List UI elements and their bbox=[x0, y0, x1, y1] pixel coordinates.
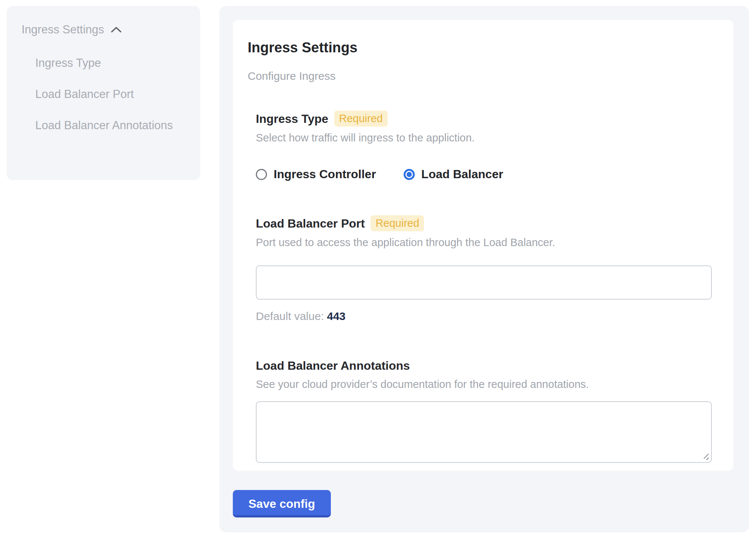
radio-option-load-balancer[interactable]: Load Balancer bbox=[404, 167, 504, 181]
section-title-load-balancer-port: Load Balancer Port bbox=[256, 216, 365, 231]
default-value-line: Default value:443 bbox=[256, 310, 712, 323]
main-panel: Ingress Settings Configure Ingress Ingre… bbox=[219, 6, 749, 532]
annotations-textarea-wrap bbox=[256, 401, 712, 463]
section-title-ingress-type: Ingress Type bbox=[256, 111, 328, 126]
section-load-balancer-annotations: Load Balancer Annotations See your cloud… bbox=[256, 358, 712, 463]
ingress-settings-card: Ingress Settings Configure Ingress Ingre… bbox=[233, 20, 733, 471]
sidebar-item-load-balancer-annotations[interactable]: Load Balancer Annotations bbox=[35, 114, 185, 137]
required-badge: Required bbox=[371, 215, 424, 231]
save-config-button[interactable]: Save config bbox=[233, 490, 331, 517]
page-layout: Ingress Settings Ingress Type Load Balan… bbox=[0, 0, 756, 532]
section-title-load-balancer-annotations: Load Balancer Annotations bbox=[256, 358, 410, 373]
resize-handle-icon[interactable] bbox=[702, 453, 710, 461]
radio-label: Load Balancer bbox=[421, 167, 504, 181]
sidebar-group-ingress-settings[interactable]: Ingress Settings bbox=[22, 23, 187, 36]
radio-icon bbox=[256, 169, 267, 180]
required-badge: Required bbox=[334, 111, 388, 127]
section-desc-load-balancer-annotations: See your cloud provider’s documentation … bbox=[256, 378, 712, 391]
section-desc-ingress-type: Select how traffic will ingress to the a… bbox=[256, 131, 712, 144]
page-subtitle: Configure Ingress bbox=[248, 70, 712, 82]
sidebar-item-list: Ingress Type Load Balancer Port Load Bal… bbox=[35, 52, 187, 137]
chevron-up-icon bbox=[110, 26, 123, 34]
default-value-label: Default value: bbox=[256, 310, 324, 322]
sidebar-item-load-balancer-port[interactable]: Load Balancer Port bbox=[35, 83, 185, 105]
load-balancer-port-input[interactable] bbox=[256, 265, 712, 300]
radio-option-ingress-controller[interactable]: Ingress Controller bbox=[256, 167, 376, 181]
radio-icon bbox=[404, 169, 415, 180]
section-load-balancer-port: Load Balancer Port Required Port used to… bbox=[256, 215, 712, 323]
default-value: 443 bbox=[327, 310, 345, 322]
radio-label: Ingress Controller bbox=[274, 167, 376, 181]
load-balancer-annotations-textarea[interactable] bbox=[256, 401, 712, 463]
sidebar-group-label: Ingress Settings bbox=[22, 23, 104, 36]
ingress-type-radio-group: Ingress Controller Load Balancer bbox=[256, 167, 712, 181]
page-title: Ingress Settings bbox=[248, 39, 712, 56]
section-desc-load-balancer-port: Port used to access the application thro… bbox=[256, 236, 712, 249]
sidebar-item-ingress-type[interactable]: Ingress Type bbox=[35, 52, 185, 74]
settings-sidebar: Ingress Settings Ingress Type Load Balan… bbox=[7, 6, 200, 180]
section-ingress-type: Ingress Type Required Select how traffic… bbox=[256, 111, 712, 181]
